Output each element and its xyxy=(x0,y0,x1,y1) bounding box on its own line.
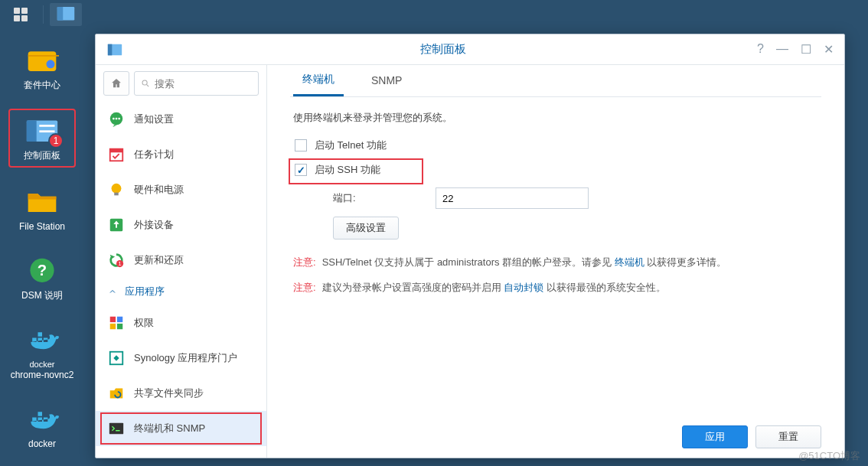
minimize-button[interactable]: — xyxy=(776,42,788,57)
apply-button[interactable]: 应用 xyxy=(682,425,748,448)
svg-line-13 xyxy=(147,85,149,87)
package-center-icon xyxy=(25,46,59,74)
terminal-link[interactable]: 终端机 xyxy=(615,256,644,268)
upload-icon xyxy=(108,217,125,233)
sidebar-item-label: 终端机和 SNMP xyxy=(134,422,205,435)
sidebar-item-label: Synology 应用程序门户 xyxy=(134,351,237,365)
telnet-label: 启动 Telnet 功能 xyxy=(315,138,387,152)
sidebar-item-notification[interactable]: 通知设置 xyxy=(96,102,266,137)
note-2: 注意: 建议为登录帐户设置高强度的密码并启用 自动封锁 以获得最强的系统安全性。 xyxy=(293,279,818,296)
autoblock-link[interactable]: 自动封锁 xyxy=(504,282,543,293)
sidebar-item-permissions[interactable]: 权限 xyxy=(96,305,266,341)
svg-point-12 xyxy=(142,80,147,85)
permissions-icon xyxy=(108,314,125,331)
sync-icon xyxy=(108,385,125,402)
desktop-icons: 套件中心 1 控制面板 File Station ? DSM 说明 docker… xyxy=(0,29,84,455)
search-icon xyxy=(141,78,150,89)
refresh-icon: 1 xyxy=(108,252,125,269)
sidebar-item-hardware[interactable]: 硬件和电源 xyxy=(96,172,266,207)
sidebar-item-terminal-snmp[interactable]: 终端机和 SNMP xyxy=(96,411,266,446)
svg-rect-7 xyxy=(39,130,54,132)
close-button[interactable]: ✕ xyxy=(824,42,834,57)
folder-icon xyxy=(25,187,59,215)
sidebar-item-label: 通知设置 xyxy=(134,112,174,126)
docker-icon xyxy=(25,325,59,354)
sidebar-section-applications[interactable]: 应用程序 xyxy=(96,278,266,305)
desktop-icon-label: dockerchrome-novnc2 xyxy=(11,360,74,381)
sidebar-item-label: 任务计划 xyxy=(134,148,174,161)
desktop-icon-label: docker xyxy=(28,438,56,449)
port-input[interactable] xyxy=(436,187,589,209)
svg-rect-6 xyxy=(39,125,54,127)
desktop-icon-package-center[interactable]: 套件中心 xyxy=(8,40,76,95)
desktop-icon-dsm-help[interactable]: ? DSM 说明 xyxy=(8,250,76,305)
home-icon xyxy=(110,77,122,90)
sidebar-item-label: 共享文件夹同步 xyxy=(134,386,204,400)
window-icon xyxy=(106,41,123,58)
calendar-icon xyxy=(108,146,125,163)
sidebar-item-external-devices[interactable]: 外接设备 xyxy=(96,207,266,243)
sidebar-item-label: 更新和还原 xyxy=(134,253,184,267)
sidebar: 通知设置 任务计划 硬件和电源 外接设备 1 更新和还原 应用程序 xyxy=(96,65,267,458)
note-label: 注意: xyxy=(293,253,316,271)
desktop-icon-docker[interactable]: docker xyxy=(8,399,76,454)
svg-rect-19 xyxy=(110,149,123,153)
desktop-icon-control-panel[interactable]: 1 控制面板 xyxy=(8,109,76,167)
reset-button[interactable]: 重置 xyxy=(755,425,821,448)
desktop-icon-chrome-novnc[interactable]: dockerchrome-novnc2 xyxy=(8,320,76,386)
svg-text:1: 1 xyxy=(119,260,122,267)
badge: 1 xyxy=(48,133,64,148)
apps-grid-icon xyxy=(14,8,28,21)
sidebar-item-task-scheduler[interactable]: 任务计划 xyxy=(96,137,266,172)
desktop-icon-label: 套件中心 xyxy=(24,80,60,90)
note-1: 注意: SSH/Telnet 仅支持从属于 administrators 群组的… xyxy=(293,253,818,271)
home-button[interactable] xyxy=(103,71,129,96)
svg-point-16 xyxy=(116,118,118,120)
sidebar-item-app-portal[interactable]: Synology 应用程序门户 xyxy=(96,341,266,376)
search-input[interactable] xyxy=(155,78,252,90)
port-label: 端口: xyxy=(333,191,425,205)
window-titlebar[interactable]: 控制面板 ? — ☐ ✕ xyxy=(96,34,844,65)
svg-rect-5 xyxy=(27,121,37,142)
svg-rect-27 xyxy=(110,324,116,329)
window-body: 通知设置 任务计划 硬件和电源 外接设备 1 更新和还原 应用程序 xyxy=(96,65,844,458)
sidebar-item-label: 外接设备 xyxy=(134,218,174,232)
note-label: 注意: xyxy=(293,279,316,296)
svg-point-20 xyxy=(112,184,122,194)
search-input-wrapper[interactable] xyxy=(134,71,259,96)
apps-launcher-button[interactable] xyxy=(5,3,37,26)
tab-content: 使用终端机来登录并管理您的系统。 启动 Telnet 功能 启动 SSH 功能 … xyxy=(290,97,821,318)
chat-icon xyxy=(108,111,125,128)
svg-rect-30 xyxy=(109,423,123,435)
terminal-icon xyxy=(108,420,125,437)
svg-text:?: ? xyxy=(38,262,47,279)
help-button[interactable]: ? xyxy=(757,42,764,57)
sidebar-item-update-restore[interactable]: 1 更新和还原 xyxy=(96,243,266,278)
taskbar xyxy=(0,0,868,29)
telnet-checkbox[interactable] xyxy=(295,139,307,152)
window-actions: ? — ☐ ✕ xyxy=(757,42,834,57)
svg-rect-21 xyxy=(114,193,119,196)
maximize-button[interactable]: ☐ xyxy=(801,42,811,57)
desktop-icon-file-station[interactable]: File Station xyxy=(8,181,76,236)
desktop-icon-label: File Station xyxy=(19,221,65,232)
ssh-checkbox[interactable] xyxy=(295,164,307,176)
tab-snmp[interactable]: SNMP xyxy=(362,74,411,96)
window-title: 控制面板 xyxy=(129,42,757,57)
svg-rect-26 xyxy=(117,317,122,322)
telnet-option-row: 启动 Telnet 功能 xyxy=(293,135,818,155)
taskbar-window-button[interactable] xyxy=(50,3,82,26)
sidebar-item-shared-folder-sync[interactable]: 共享文件夹同步 xyxy=(96,376,266,411)
svg-rect-11 xyxy=(108,44,113,55)
help-icon: ? xyxy=(25,256,59,285)
advanced-settings-button[interactable]: 高级设置 xyxy=(333,217,399,240)
sidebar-item-label: 硬件和电源 xyxy=(134,183,184,197)
intro-text: 使用终端机来登录并管理您的系统。 xyxy=(293,111,818,125)
ssh-label: 启动 SSH 功能 xyxy=(315,163,380,177)
svg-point-15 xyxy=(113,118,115,120)
taskbar-divider xyxy=(43,5,44,24)
tab-terminal[interactable]: 终端机 xyxy=(293,73,344,96)
sidebar-item-label: 权限 xyxy=(134,316,154,330)
ssh-option-row: 启动 SSH 功能 xyxy=(293,160,818,180)
docker-icon xyxy=(25,405,59,433)
